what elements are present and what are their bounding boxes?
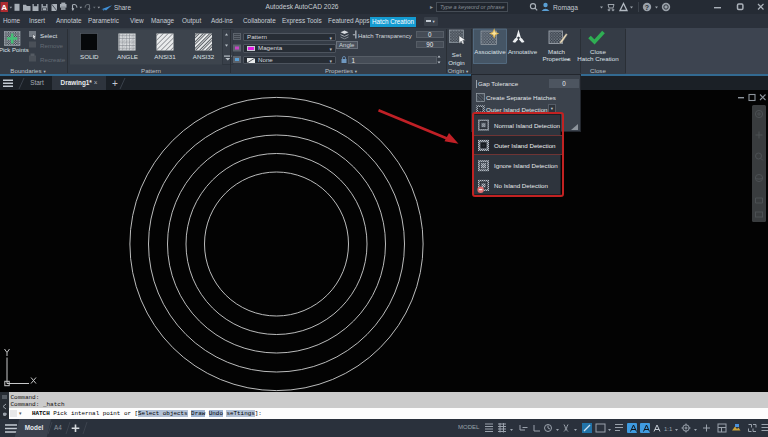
svg-text:1:1: 1:1 [664,426,673,432]
svg-text:?: ? [645,4,649,11]
svg-text:Share: Share [114,4,131,11]
svg-text:Romaga: Romaga [553,4,578,12]
svg-text:A: A [1,3,7,12]
